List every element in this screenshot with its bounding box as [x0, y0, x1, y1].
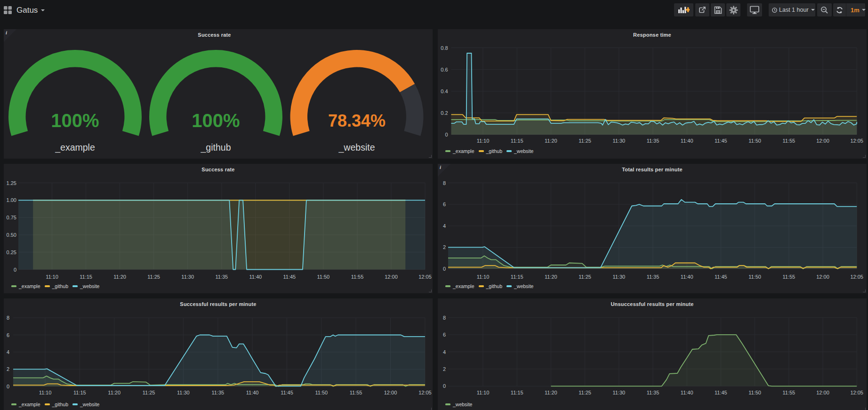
svg-text:8: 8	[443, 315, 446, 321]
svg-text:2: 2	[443, 366, 446, 372]
svg-text:0: 0	[445, 132, 448, 137]
svg-text:11:15: 11:15	[511, 138, 523, 144]
svg-text:11:55: 11:55	[782, 390, 795, 395]
svg-text:12:05: 12:05	[850, 274, 863, 280]
svg-text:11:55: 11:55	[351, 274, 364, 280]
svg-text:11:10: 11:10	[477, 138, 490, 144]
svg-text:12:00: 12:00	[816, 274, 829, 280]
svg-text:11:30: 11:30	[612, 274, 625, 280]
svg-text:0: 0	[443, 383, 446, 389]
svg-text:0.2: 0.2	[441, 110, 448, 116]
svg-text:0.4: 0.4	[441, 88, 448, 94]
svg-text:11:25: 11:25	[579, 390, 591, 395]
svg-text:11:20: 11:20	[545, 274, 557, 280]
svg-text:0.50: 0.50	[7, 232, 16, 238]
svg-text:0.75: 0.75	[7, 215, 16, 220]
svg-text:4: 4	[443, 349, 446, 355]
svg-text:6: 6	[443, 332, 446, 338]
svg-text:11:10: 11:10	[477, 390, 490, 395]
svg-text:2: 2	[443, 244, 446, 250]
svg-text:_website: _website	[338, 142, 375, 153]
svg-text:11:30: 11:30	[612, 138, 625, 144]
svg-text:11:40: 11:40	[681, 390, 693, 395]
svg-text:11:50: 11:50	[748, 390, 761, 395]
svg-text:0.6: 0.6	[441, 67, 448, 72]
svg-text:78.34%: 78.34%	[328, 111, 386, 130]
svg-text:8: 8	[443, 180, 446, 186]
svg-text:11:55: 11:55	[782, 274, 795, 280]
svg-text:2: 2	[7, 366, 9, 372]
svg-text:11:25: 11:25	[147, 274, 160, 280]
svg-text:11:30: 11:30	[612, 390, 625, 395]
svg-text:11:35: 11:35	[647, 390, 659, 395]
svg-text:11:20: 11:20	[113, 274, 126, 280]
svg-text:6: 6	[443, 201, 446, 207]
svg-text:12:05: 12:05	[850, 138, 863, 144]
svg-text:12:00: 12:00	[816, 390, 829, 395]
svg-text:11:35: 11:35	[215, 274, 228, 280]
svg-text:11:25: 11:25	[579, 138, 591, 144]
svg-text:0: 0	[14, 267, 16, 273]
svg-text:11:20: 11:20	[108, 390, 121, 395]
svg-text:11:40: 11:40	[681, 274, 693, 280]
svg-text:4: 4	[7, 349, 9, 355]
svg-text:11:35: 11:35	[211, 390, 224, 395]
svg-text:12:00: 12:00	[385, 274, 398, 280]
svg-text:11:45: 11:45	[281, 390, 293, 395]
svg-text:11:45: 11:45	[715, 138, 727, 144]
svg-text:12:05: 12:05	[418, 390, 432, 395]
svg-text:11:20: 11:20	[545, 138, 557, 144]
svg-text:1.25: 1.25	[7, 180, 16, 186]
svg-text:11:10: 11:10	[477, 274, 490, 280]
svg-text:11:50: 11:50	[748, 274, 761, 280]
svg-text:0.25: 0.25	[7, 249, 16, 255]
svg-text:12:00: 12:00	[816, 138, 829, 144]
svg-text:0: 0	[7, 384, 9, 389]
svg-text:0.8: 0.8	[441, 45, 448, 51]
svg-text:11:45: 11:45	[283, 274, 296, 280]
svg-text:11:15: 11:15	[511, 274, 523, 280]
svg-text:11:50: 11:50	[317, 274, 330, 280]
svg-text:11:55: 11:55	[350, 390, 362, 395]
svg-text:1.00: 1.00	[7, 197, 16, 203]
svg-text:11:15: 11:15	[511, 390, 523, 395]
svg-text:11:45: 11:45	[715, 274, 727, 280]
svg-text:11:15: 11:15	[80, 274, 92, 280]
svg-text:11:20: 11:20	[545, 390, 557, 395]
svg-text:11:25: 11:25	[143, 390, 155, 395]
svg-text:11:40: 11:40	[681, 138, 693, 144]
svg-text:8: 8	[7, 315, 9, 321]
svg-text:6: 6	[7, 332, 9, 338]
svg-text:12:05: 12:05	[850, 390, 863, 395]
svg-text:11:30: 11:30	[181, 274, 194, 280]
svg-text:11:10: 11:10	[46, 274, 58, 280]
svg-text:11:55: 11:55	[782, 138, 795, 144]
svg-text:11:15: 11:15	[73, 390, 86, 395]
svg-text:0: 0	[443, 266, 446, 272]
svg-text:12:05: 12:05	[418, 274, 432, 280]
svg-text:11:35: 11:35	[647, 138, 659, 144]
svg-text:12:00: 12:00	[384, 390, 397, 395]
svg-text:11:50: 11:50	[748, 138, 761, 144]
svg-text:11:10: 11:10	[39, 390, 52, 395]
svg-text:11:50: 11:50	[315, 390, 328, 395]
svg-text:11:40: 11:40	[246, 390, 259, 395]
svg-text:4: 4	[443, 223, 446, 229]
svg-text:11:30: 11:30	[177, 390, 190, 395]
svg-text:11:45: 11:45	[715, 390, 727, 395]
svg-text:11:25: 11:25	[579, 274, 591, 280]
svg-text:11:40: 11:40	[249, 274, 262, 280]
svg-text:11:35: 11:35	[647, 274, 659, 280]
